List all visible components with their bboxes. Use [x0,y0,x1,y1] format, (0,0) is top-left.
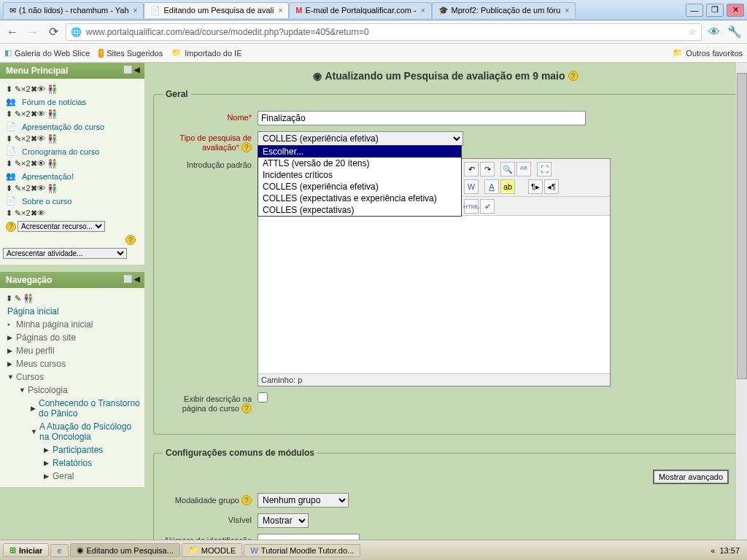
close-icon[interactable]: × [421,7,425,15]
nav-geral[interactable]: ▶Geral [3,470,142,483]
close-button[interactable]: ✕ [727,4,744,17]
close-icon[interactable]: × [133,7,138,15]
minimize-button[interactable]: — [686,4,703,17]
scrollbar-thumb[interactable] [737,73,747,379]
help-icon[interactable]: ? [241,403,252,413]
clock[interactable]: 13:57 [719,546,740,555]
acrescentar-recurso-select[interactable]: Acrescentar recurso... [18,221,105,232]
acrescentar-atividade-select[interactable]: Acrescentar atividade... [3,248,127,259]
browser-tab-1[interactable]: 📄Editando um Pesquisa de avali× [144,2,289,18]
numero-id-input[interactable] [258,534,360,540]
page-icon: 📄 [6,147,19,156]
fullscreen-icon[interactable]: ⛶ [537,162,551,176]
close-icon[interactable]: × [279,7,283,15]
bookmark-item[interactable]: 📁Importado do IE [171,48,241,58]
html-icon[interactable]: HTML [464,199,479,214]
maximize-button[interactable]: ❐ [706,4,724,17]
task-word[interactable]: WTutorial Moodle Tutor.do... [244,544,360,557]
scrollbar-vertical[interactable] [735,63,747,540]
dropdown-option[interactable]: COLLES (experiência efetiva) [258,181,461,192]
redo-icon[interactable]: ↷ [480,162,495,176]
bookmark-star-icon[interactable]: ☆ [689,27,697,37]
close-icon[interactable]: × [565,7,569,15]
spellcheck-icon[interactable]: ✔ [480,199,495,214]
nav-cursos[interactable]: ▼Cursos [3,370,142,384]
paste-word-icon[interactable]: W [464,179,479,194]
rtl-icon[interactable]: ◂¶ [544,179,559,194]
help-icon[interactable]: ? [241,495,252,505]
nav-conhecendo[interactable]: ▶Conhecendo o Transtorno do Pânico [3,397,142,420]
browser-tab-0[interactable]: ✉(1 não lidos) - rchamhum - Yah× [3,2,144,18]
label-tipo: Tipo de pesquisa de avaliação* ? [163,131,258,152]
nome-input[interactable] [258,111,586,125]
help-icon[interactable]: ? [6,222,16,232]
modalidade-grupo-select[interactable]: Nenhum grupo [258,493,349,508]
edit-controls[interactable]: ⬍ ✎×2✖👁 👫 [3,133,142,145]
ltr-icon[interactable]: ¶▸ [528,179,543,194]
help-icon[interactable]: ? [241,142,252,152]
nav-psicologia[interactable]: ▼Psicologia [3,384,142,397]
chevron-right-icon: ▶ [44,459,50,467]
editor-path: Caminho: p [258,373,610,386]
nav-relatorios[interactable]: ▶Relatórios [3,456,142,470]
bookmark-item[interactable]: !Sites Sugeridos [98,49,163,58]
chevron-right-icon: ▶ [7,360,13,368]
nav-meu-perfil[interactable]: ▶Meu perfil [3,344,142,357]
edit-controls[interactable]: ⬍ ✎×2✖👁 👫 [3,83,142,96]
browser-tab-3[interactable]: 🎓Mprof2: Publicação de um fóru× [432,2,576,18]
bookmark-item[interactable]: ◧Galeria do Web Slice [4,48,90,58]
edit-controls[interactable]: ⬍ ✎×2✖👁 👫 [3,108,142,120]
replace-icon[interactable]: ᴬᴮ [516,162,531,176]
wrench-icon[interactable]: 🔧 [727,24,743,40]
nav-paginas-site[interactable]: ▶Páginas do site [3,331,142,344]
dropdown-option[interactable]: ATTLS (versão de 20 ítens) [258,158,461,169]
menu-apresentacao[interactable]: 👥Apresentação! [3,170,142,182]
edit-controls[interactable]: ⬍ ✎×2✖👁 👫 [3,182,142,195]
nav-pagina-inicial[interactable]: Página inicial [3,305,142,318]
menu-apresentacao-curso[interactable]: 📄Apresentação do curso [3,120,142,133]
moodle-icon: 🎓 [438,6,449,15]
extension-icon[interactable]: 👁 [706,24,722,40]
find-icon[interactable]: 🔍 [500,162,515,176]
other-bookmarks[interactable]: 📁Outros favoritos [673,48,743,58]
editor-textarea[interactable] [258,216,610,373]
mostrar-avancado-button[interactable]: Mostrar avançado [653,470,729,484]
nav-meus-cursos[interactable]: ▶Meus cursos [3,357,142,370]
menu-sobre-curso[interactable]: 📄Sobre o curso [3,195,142,207]
edit-controls[interactable]: ⬍ ✎×2✖👁 👫 [3,158,142,170]
forward-button[interactable]: → [25,24,41,40]
dropdown-option[interactable]: COLLES (expectativas) [258,204,461,216]
menu-forum-noticias[interactable]: 👥Fórum de notícias [3,96,142,108]
task-folder[interactable]: 📁MOODLE [182,543,243,557]
task-ie[interactable]: e [50,544,68,557]
help-icon[interactable]: ? [568,71,578,81]
text-color-icon[interactable]: A [484,179,499,194]
reload-button[interactable]: ⟳ [45,24,61,40]
tipo-pesquisa-select[interactable]: COLLES (experiência efetiva) [258,131,463,146]
chevron-down-icon: ▼ [7,373,13,381]
block-toggle-icon[interactable]: ⬜ ◀ [123,275,140,283]
nav-minha-pagina[interactable]: ▪Minha página inicial [3,318,142,331]
dropdown-option[interactable]: COLLES (expectativas e experiência efeti… [258,192,461,204]
edit-controls[interactable]: ⬍ ✎×2✖👁 [3,207,142,219]
task-chrome[interactable]: ◉Editando um Pesquisa... [70,543,180,557]
address-bar[interactable]: 🌐 www.portalqualificar.com/ead/course/mo… [66,23,702,41]
exibir-checkbox[interactable] [258,392,268,402]
edit-controls[interactable]: ⬍ ✎ 👫 [3,292,142,305]
nav-participantes[interactable]: ▶Participantes [3,443,142,456]
dropdown-option[interactable]: Escolher... [258,146,461,158]
tray-expand-icon[interactable]: « [711,546,715,555]
undo-icon[interactable]: ↶ [464,162,479,176]
start-button[interactable]: ⊞Iniciar [3,543,49,557]
help-icon[interactable]: ? [125,235,136,245]
back-button[interactable]: ← [4,24,20,40]
suggest-icon: ! [98,49,104,58]
nav-atuacao[interactable]: ▼A Atuação do Psicólogo na Oncologia [3,420,142,443]
bg-color-icon[interactable]: ab [500,179,515,194]
browser-tab-2[interactable]: ME-mail de Portalqualificar.com -× [289,2,431,18]
chevron-right-icon: ▶ [7,347,13,354]
visivel-select[interactable]: Mostrar [258,513,309,528]
menu-cronograma[interactable]: 📄Cronograma do curso [3,145,142,158]
dropdown-option[interactable]: Incidentes críticos [258,169,461,181]
block-toggle-icon[interactable]: ⬜ ◀ [123,66,140,74]
